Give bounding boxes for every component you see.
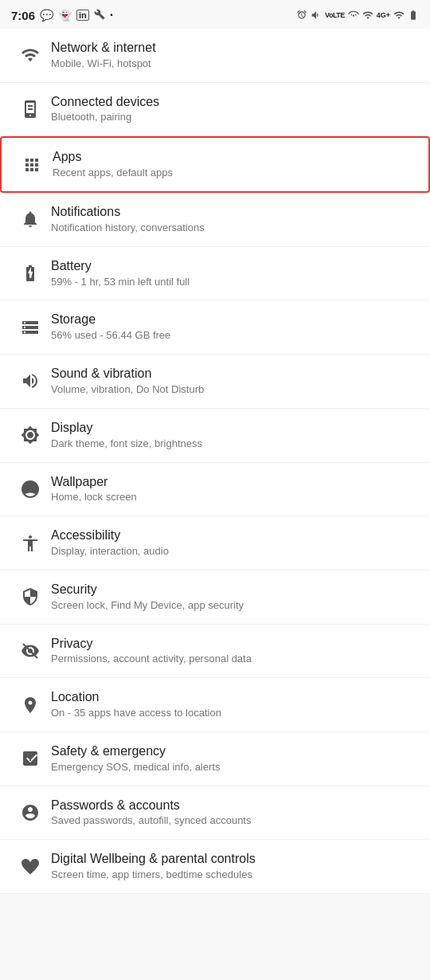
sound-title: Sound & vibration bbox=[51, 366, 417, 382]
passwords-icon bbox=[13, 803, 48, 822]
signal-icon bbox=[362, 10, 373, 21]
wallpaper-subtitle: Home, lock screen bbox=[51, 491, 417, 504]
battery-status-icon bbox=[408, 10, 419, 21]
connected-devices-subtitle: Bluetooth, pairing bbox=[51, 111, 417, 124]
accessibility-icon bbox=[13, 534, 48, 553]
alarm-icon bbox=[296, 10, 307, 21]
settings-item-privacy[interactable]: Privacy Permissions, account activity, p… bbox=[0, 625, 430, 679]
connected-devices-icon bbox=[13, 100, 48, 119]
settings-item-network[interactable]: Network & internet Mobile, Wi-Fi, hotspo… bbox=[0, 29, 430, 83]
whatsapp-icon: 💬 bbox=[40, 9, 53, 22]
settings-item-sound[interactable]: Sound & vibration Volume, vibration, Do … bbox=[0, 355, 430, 409]
linkedin-icon: in bbox=[76, 10, 89, 21]
display-title: Display bbox=[51, 420, 417, 437]
settings-item-notifications[interactable]: Notifications Notification history, conv… bbox=[0, 193, 430, 247]
settings-item-accessibility[interactable]: Accessibility Display, interaction, audi… bbox=[0, 516, 430, 570]
settings-item-display[interactable]: Display Dark theme, font size, brightnes… bbox=[0, 409, 430, 463]
display-icon bbox=[13, 425, 48, 445]
settings-item-storage[interactable]: Storage 56% used - 56.44 GB free bbox=[0, 300, 430, 355]
safety-title: Safety & emergency bbox=[51, 743, 417, 760]
network-icon bbox=[13, 45, 48, 65]
notifications-subtitle: Notification history, conversations bbox=[51, 221, 417, 235]
settings-item-security[interactable]: Security Screen lock, Find My Device, ap… bbox=[0, 570, 430, 625]
network-title: Network & internet bbox=[51, 40, 417, 57]
svg-point-3 bbox=[28, 484, 33, 489]
privacy-title: Privacy bbox=[51, 636, 417, 653]
settings-item-battery[interactable]: Battery 59% - 1 hr, 53 min left until fu… bbox=[0, 247, 430, 301]
status-left: 7:06 💬 👻 in · bbox=[11, 9, 113, 22]
settings-item-wallpaper[interactable]: Wallpaper Home, lock screen bbox=[0, 463, 430, 517]
settings-item-passwords[interactable]: Passwords & accounts Saved passwords, au… bbox=[0, 786, 430, 841]
lte-icon: VoLTE bbox=[325, 11, 345, 19]
svg-rect-0 bbox=[28, 105, 33, 107]
settings-item-wellbeing[interactable]: Digital Wellbeing & parental controls Sc… bbox=[0, 840, 430, 894]
passwords-title: Passwords & accounts bbox=[51, 798, 417, 814]
status-right: VoLTE 4G+ bbox=[296, 10, 419, 21]
settings-item-connected-devices[interactable]: Connected devices Bluetooth, pairing bbox=[0, 83, 430, 137]
snapchat-icon: 👻 bbox=[58, 9, 72, 22]
battery-subtitle: 59% - 1 hr, 53 min left until full bbox=[51, 276, 417, 289]
security-subtitle: Screen lock, Find My Device, app securit… bbox=[51, 599, 417, 613]
connected-devices-title: Connected devices bbox=[51, 94, 417, 111]
sound-icon bbox=[13, 371, 48, 390]
storage-subtitle: 56% used - 56.44 GB free bbox=[51, 329, 417, 343]
wellbeing-title: Digital Wellbeing & parental controls bbox=[51, 851, 417, 868]
safety-subtitle: Emergency SOS, medical info, alerts bbox=[51, 761, 417, 774]
dot-icon: · bbox=[110, 9, 113, 22]
wallpaper-title: Wallpaper bbox=[51, 474, 417, 491]
privacy-subtitle: Permissions, account activity, personal … bbox=[51, 653, 417, 666]
apps-icon bbox=[14, 155, 49, 174]
security-title: Security bbox=[51, 582, 417, 598]
battery-title: Battery bbox=[51, 258, 417, 275]
notifications-icon bbox=[13, 210, 48, 229]
storage-icon bbox=[13, 318, 48, 337]
security-icon bbox=[13, 587, 48, 606]
safety-icon bbox=[13, 749, 48, 768]
notifications-title: Notifications bbox=[51, 204, 417, 221]
wellbeing-icon bbox=[13, 857, 48, 876]
display-subtitle: Dark theme, font size, brightness bbox=[51, 437, 417, 451]
battery-icon bbox=[13, 264, 48, 283]
storage-title: Storage bbox=[51, 312, 417, 328]
wellbeing-subtitle: Screen time, app timers, bedtime schedul… bbox=[51, 868, 417, 882]
apps-subtitle: Recent apps, default apps bbox=[53, 167, 416, 180]
apps-title: Apps bbox=[53, 149, 416, 166]
accessibility-subtitle: Display, interaction, audio bbox=[51, 545, 417, 559]
hotspot-icon bbox=[348, 10, 359, 21]
settings-item-apps[interactable]: Apps Recent apps, default apps bbox=[0, 136, 430, 193]
settings-item-safety[interactable]: Safety & emergency Emergency SOS, medica… bbox=[0, 732, 430, 786]
network-subtitle: Mobile, Wi-Fi, hotspot bbox=[51, 57, 417, 71]
wallpaper-icon bbox=[13, 480, 48, 499]
tools-icon bbox=[94, 9, 105, 22]
settings-item-location[interactable]: Location On - 35 apps have access to loc… bbox=[0, 678, 430, 732]
volume-icon bbox=[311, 10, 322, 21]
settings-list: Network & internet Mobile, Wi-Fi, hotspo… bbox=[0, 29, 430, 894]
wifi-status-icon bbox=[393, 10, 405, 21]
status-bar: 7:06 💬 👻 in · VoLTE 4G+ bbox=[0, 0, 430, 29]
privacy-icon bbox=[13, 641, 48, 661]
time: 7:06 bbox=[11, 9, 35, 22]
sound-subtitle: Volume, vibration, Do Not Disturb bbox=[51, 383, 417, 397]
network-type-icon: 4G+ bbox=[377, 11, 390, 19]
passwords-subtitle: Saved passwords, autofill, synced accoun… bbox=[51, 814, 417, 828]
location-subtitle: On - 35 apps have access to location bbox=[51, 707, 417, 720]
svg-rect-1 bbox=[28, 108, 33, 110]
accessibility-title: Accessibility bbox=[51, 527, 417, 544]
location-icon bbox=[13, 696, 48, 715]
location-title: Location bbox=[51, 689, 417, 706]
